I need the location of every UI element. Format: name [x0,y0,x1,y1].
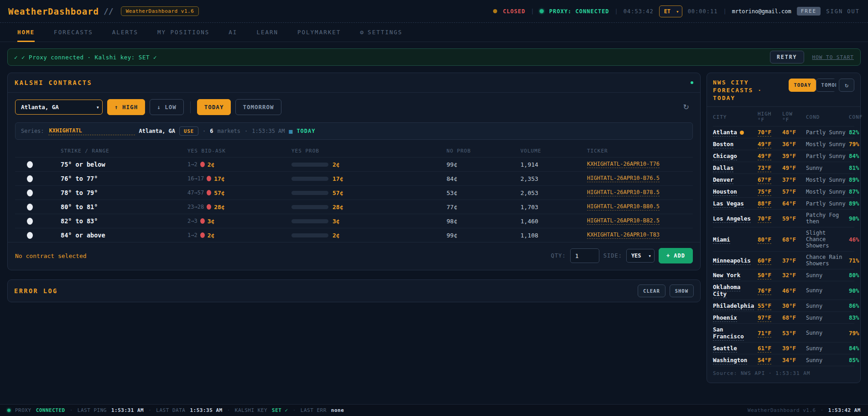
forecast-row: New York 50°F 32°F Sunny 80% [713,269,854,281]
contract-radio[interactable] [27,218,33,225]
clear-log-button[interactable]: CLEAR [638,284,665,297]
high-temp-link[interactable]: 60°F [758,257,771,265]
ticker-link[interactable]: KXHIGHTATL-26APR10-T83 [587,232,660,239]
timezone-select[interactable]: ET [659,5,682,17]
high-temp-link[interactable]: 67°F [758,176,771,184]
sidebar-tomorrow-button[interactable]: TOMORROW [816,79,836,92]
city-select[interactable]: Atlanta, GA [15,100,103,115]
high-temp-link[interactable]: 76°F [758,287,771,295]
contract-radio[interactable] [27,190,33,196]
qty-input[interactable] [570,248,599,263]
city-link[interactable]: Chicago [713,153,737,160]
side-select[interactable]: YES [626,249,655,263]
footer-proxy-label: PROXY [15,407,31,413]
low-temp: 59°F [782,215,805,222]
ticker-link[interactable]: HIGHTATL-26APR10-B76.5 [587,175,660,182]
nav-item[interactable]: LEARN [256,23,278,42]
condition: Mostly Sunny [806,189,848,195]
bid-ask-range: 16→17 [187,175,204,182]
today-toggle-button[interactable]: TODAY [197,99,231,115]
tomorrow-toggle-button[interactable]: TOMORROW [235,99,281,115]
nav-item-label: AI [229,29,237,36]
high-temp-link[interactable]: 70°F [758,215,771,223]
nav-item[interactable]: FORECASTS [54,23,93,42]
forecast-row: Las Vegas 88°F 64°F Partly Sunny 89% [713,197,854,209]
refresh-icon[interactable]: ↻ [680,101,693,113]
high-temp-link[interactable]: 80°F [758,236,771,244]
add-button[interactable]: + ADD [659,248,693,263]
gear-icon: ⚙ [360,29,364,36]
high-temp-link[interactable]: 97°F [758,314,771,322]
series-label: Series: [21,128,44,134]
footer-version: WeatherDashboard v1.6 [748,407,816,413]
contract-radio[interactable] [27,232,33,239]
high-temp-link[interactable]: 50°F [758,272,771,279]
ticker-link[interactable]: HIGHTATL-26APR10-B82.5 [587,217,660,225]
sidebar-today-button[interactable]: TODAY [789,79,816,92]
city-link[interactable]: Phoenix [713,314,737,322]
city-link[interactable]: Dallas [713,164,733,172]
yes-prob-value: 57¢ [333,190,343,196]
nav-item[interactable]: ALERTS [112,23,138,42]
high-temp-link[interactable]: 49°F [758,153,771,160]
condition: Mostly Sunny [806,177,848,183]
volume-value: 1,914 [520,161,587,168]
ticker-link[interactable]: KXHIGHTATL-26APR10-T76 [587,161,660,168]
nav-item-label: MY POSITIONS [157,29,209,36]
high-temp-link[interactable]: 73°F [758,164,771,172]
low-temp: 46°F [782,287,805,294]
high-temp-link[interactable]: 54°F [758,357,771,364]
confidence: 90% [849,287,859,294]
high-temp-link[interactable]: 61°F [758,345,771,353]
nav-item[interactable]: HOME [17,23,35,42]
city-link[interactable]: Atlanta [713,129,737,137]
contract-radio[interactable] [27,204,33,211]
sidebar-refresh-icon[interactable]: ↻ [839,79,854,92]
high-temp-link[interactable]: 49°F [758,141,771,148]
nav-item[interactable]: AI [229,23,237,42]
contract-radio[interactable] [27,161,33,168]
yes-price: 2¢ [208,232,215,239]
how-to-start-link[interactable]: HOW TO START [812,54,854,60]
city-link[interactable]: Houston [713,188,737,196]
condition: Partly Sunny [806,200,848,207]
city-link[interactable]: Denver [713,176,733,184]
nav-item[interactable]: MY POSITIONS [157,23,209,42]
city-link[interactable]: Las Vegas [713,200,744,208]
series-ticker-field[interactable]: KXHIGHTATL [48,127,135,135]
high-temp-link[interactable]: 70°F [758,129,771,137]
city-link[interactable]: Oklahoma City [713,284,740,298]
high-temp-link[interactable]: 55°F [758,302,771,310]
city-link[interactable]: New York [713,272,740,279]
col-bid-ask: YES BID-ASK [187,148,291,154]
low-toggle-button[interactable]: ↓ LOW [150,99,184,115]
city-link[interactable]: Philadelphia [713,302,754,310]
ticker-link[interactable]: HIGHTATL-26APR10-B80.5 [587,203,660,211]
city-link[interactable]: San Francisco [713,326,744,341]
city-link[interactable]: Minneapolis [713,257,751,265]
nav-item[interactable]: POLYMARKET [297,23,341,42]
sign-out-link[interactable]: SIGN OUT [826,8,860,15]
high-temp-link[interactable]: 71°F [758,330,771,337]
last-error: none [331,407,344,413]
contract-radio[interactable] [27,175,33,182]
city-link[interactable]: Los Angeles [713,215,751,223]
nav-item[interactable]: ⚙ SETTINGS [360,23,402,42]
show-log-button[interactable]: SHOW [670,284,694,297]
city-link[interactable]: Miami [713,236,730,244]
use-button[interactable]: USE [179,126,198,136]
retry-button[interactable]: RETRY [770,51,804,63]
forecast-row: Los Angeles 70°F 59°F Patchy Fog then 90… [713,209,854,227]
high-temp-link[interactable]: 75°F [758,188,771,196]
high-toggle-button[interactable]: ↑ HIGH [107,99,145,115]
confidence: 85% [849,357,859,363]
city-link[interactable]: Boston [713,141,733,148]
proxy-status: PROXY: CONNECTED [549,8,609,15]
city-link[interactable]: Washington [713,357,747,364]
closed-dot-icon [200,232,205,238]
city-link[interactable]: Seattle [713,345,737,353]
app-logo: WeatherDashboard [8,6,99,16]
confidence: 82% [849,129,859,136]
high-temp-link[interactable]: 88°F [758,200,771,208]
ticker-link[interactable]: HIGHTATL-26APR10-B78.5 [587,189,660,196]
